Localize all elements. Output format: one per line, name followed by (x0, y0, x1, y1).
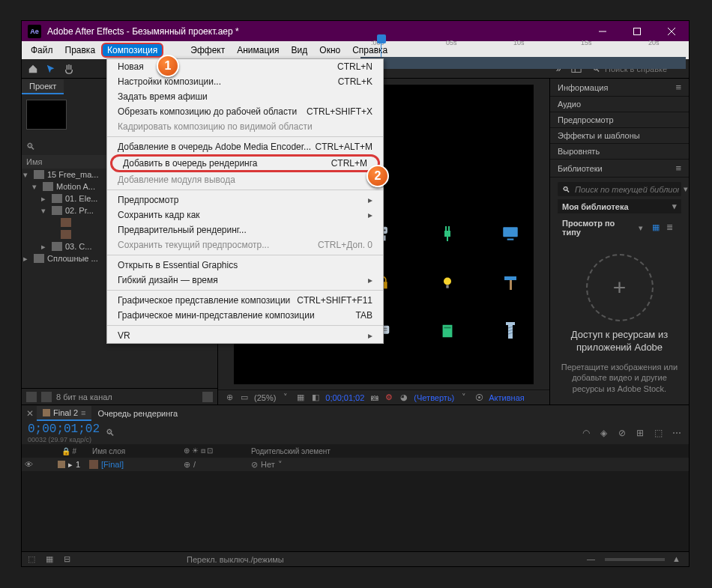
color-icon[interactable]: ◕ (399, 392, 409, 403)
menu-shortcut: CTRL+SHIFT+X (307, 106, 372, 117)
bpc-label[interactable]: 8 бит на канал (56, 392, 112, 401)
selection-tool-icon[interactable] (44, 62, 58, 76)
panel-align[interactable]: Выровнять (550, 144, 689, 160)
menu-item[interactable]: Сохранить кадр как▸ (107, 207, 383, 222)
parent-dropdown[interactable]: Нет (261, 460, 275, 469)
menu-item[interactable]: Предпросмотр▸ (107, 193, 383, 207)
empty-subtitle: Перетащите изображения или добавьте виде… (559, 362, 680, 394)
panel-audio[interactable]: Аудио (550, 97, 689, 112)
menu-item[interactable]: Настройки композиции...CTRL+K (107, 74, 383, 89)
menu-item[interactable]: Гибкий дизайн — время▸ (107, 273, 383, 288)
magnify-icon[interactable]: ⊕ (224, 392, 235, 403)
comp-icon (61, 230, 71, 239)
toggle-icon[interactable]: ⬚ (28, 554, 38, 565)
menu-item[interactable]: Предварительный рендеринг... (107, 222, 383, 237)
menu-item[interactable]: Добавление в очередь Adobe Media Encoder… (107, 139, 383, 154)
timeline-area[interactable] (22, 471, 689, 551)
hamburger-icon[interactable]: ≡ (675, 163, 681, 174)
footer-icon[interactable] (26, 392, 37, 402)
toggle-icon[interactable]: ⊟ (64, 554, 74, 565)
timeline-header: 🔒 # Имя слоя ⊕ ☀ ⧈ ⊡ Родительский элемен… (22, 444, 689, 458)
grid-view-icon[interactable]: ▦ (652, 222, 663, 233)
panel-preview[interactable]: Предпросмотр (550, 112, 689, 128)
hand-tool-icon[interactable] (62, 62, 76, 76)
grid-icon[interactable]: ▦ (295, 392, 306, 403)
menu-hidden[interactable] (163, 48, 184, 52)
chevron-down-icon[interactable]: ▾ (684, 184, 688, 194)
menu-item-label: Задать время афиши (118, 91, 372, 102)
layout-icon[interactable]: ▭ (239, 392, 250, 403)
monitor-icon (499, 222, 522, 245)
library-search-input[interactable] (575, 185, 679, 194)
shy-icon[interactable]: ◠ (582, 428, 593, 438)
timeline-search[interactable]: 🔍︎ (106, 428, 163, 439)
footer-icon[interactable] (41, 392, 52, 402)
trash-icon[interactable] (202, 392, 213, 402)
toggle-icon[interactable]: ▦ (46, 554, 56, 565)
menu-edit[interactable]: Правка (59, 43, 102, 58)
menu-item[interactable]: Задать время афиши (107, 89, 383, 104)
menu-window[interactable]: Окно (313, 43, 346, 58)
menu-effect[interactable]: Эффект (184, 43, 231, 58)
motion-blur-icon[interactable]: ⊘ (618, 428, 629, 438)
close-tab-icon[interactable]: ✕ (26, 408, 34, 419)
menu-item-label: Добавление в очередь Adobe Media Encoder… (118, 142, 316, 152)
pickwhip-icon[interactable]: ⊘ (251, 460, 258, 470)
more-icon[interactable]: ⋯ (672, 428, 683, 438)
camera-dropdown[interactable]: Активная (489, 393, 524, 402)
panel-libraries[interactable]: Библиотеки≡ (550, 160, 689, 178)
chevron-down-icon[interactable]: ˅ (280, 392, 291, 403)
zoom-out-icon[interactable]: — (587, 554, 597, 565)
folder-icon (52, 194, 62, 203)
zoom-value[interactable]: (25%) (254, 393, 276, 402)
viewer-timecode[interactable]: 0;00;01;02 (325, 393, 364, 402)
add-asset-button[interactable]: + (586, 254, 654, 321)
camera-icon[interactable]: 📷︎ (369, 392, 379, 403)
library-search[interactable]: 🔍︎ ▾ (558, 182, 681, 196)
menu-composition[interactable]: Композиция (101, 43, 163, 58)
quality-dropdown[interactable]: (Четверть) (414, 393, 454, 402)
frame-blend-icon[interactable]: ◈ (600, 428, 611, 438)
svg-point-17 (444, 277, 451, 285)
switches-label[interactable]: Перекл. выключ./режимы (187, 555, 284, 564)
visibility-icon[interactable]: 👁 (25, 460, 33, 469)
home-icon[interactable] (26, 62, 40, 76)
timeline-tab-active[interactable]: Final 2 ≡ (37, 406, 91, 421)
timeline-timecode[interactable]: 0;00;01;02 (28, 422, 100, 436)
project-tab[interactable]: Проект (22, 79, 64, 94)
composition-menu[interactable]: НоваяCTRL+NНастройки композиции...CTRL+K… (106, 58, 384, 344)
mask-icon[interactable]: ◧ (310, 392, 321, 403)
menu-item[interactable]: Графическое мини-представление композици… (107, 308, 383, 323)
menu-item[interactable]: НоваяCTRL+N (107, 59, 383, 74)
wrench-icon[interactable]: ⚙ (384, 392, 394, 403)
column-name[interactable]: Имя (26, 157, 42, 166)
exposure-icon[interactable]: ⦿ (474, 392, 484, 403)
chevron-down-icon[interactable]: ˅ (459, 392, 469, 403)
timeline-layer-row[interactable]: 👁 ▸ 1 [Final] ⊕/ ⊘Нет˅ (22, 458, 689, 471)
chevron-down-icon[interactable]: ▾ (639, 223, 643, 233)
menu-view[interactable]: Вид (286, 43, 314, 58)
menu-item[interactable]: Графическое представление композицииCTRL… (107, 293, 383, 308)
menu-file[interactable]: Файл (25, 43, 59, 58)
menu-item[interactable]: VR▸ (107, 328, 383, 343)
menu-animation[interactable]: Анимация (231, 43, 285, 58)
timeline-tab-render[interactable]: Очередь рендеринга (91, 407, 184, 420)
hamburger-icon[interactable]: ≡ (675, 82, 681, 93)
zoom-slider[interactable] (605, 558, 665, 561)
list-view-icon[interactable]: ≣ (666, 222, 677, 233)
menu-item[interactable]: Добавить в очередь рендерингаCTRL+M (110, 154, 380, 172)
folder-icon (52, 242, 62, 251)
menu-item-label: Настройки композиции... (118, 76, 338, 87)
library-dropdown[interactable]: Моя библиотека▾ (558, 199, 681, 213)
panel-effects[interactable]: Эффекты и шаблоны (550, 128, 689, 144)
project-footer: 8 бит на канал (22, 388, 217, 404)
menu-item[interactable]: Обрезать композицию до рабочей областиCT… (107, 104, 383, 119)
graph-editor-icon[interactable]: ⊞ (636, 428, 647, 438)
menu-item[interactable]: Открыть в Essential Graphics (107, 258, 383, 273)
panel-info[interactable]: Информация≡ (550, 79, 689, 97)
timeline-panel: ✕ Final 2 ≡ Очередь рендеринга 0;00;01;0… (22, 404, 689, 566)
zoom-in-icon[interactable]: ▲ (672, 554, 683, 565)
menu-item-label: Сохранить текущий предпросмотр... (118, 240, 318, 250)
timeline-search-input[interactable] (118, 428, 163, 439)
draft3d-icon[interactable]: ⬚ (654, 428, 665, 438)
